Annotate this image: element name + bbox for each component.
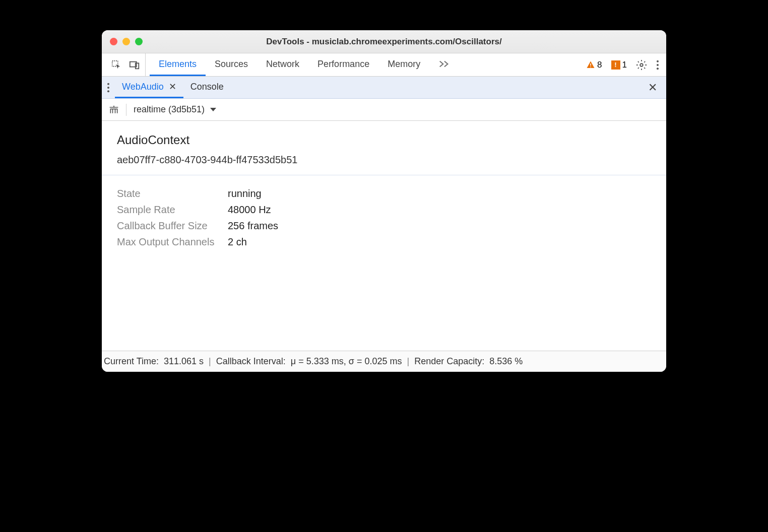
- toolbar-left-icons: [106, 53, 146, 76]
- svg-rect-4: [590, 66, 591, 68]
- devtools-window: DevTools - musiclab.chromeexperiments.co…: [102, 30, 666, 372]
- prop-row: Sample Rate 48000 Hz: [117, 202, 651, 218]
- tab-label: Performance: [317, 59, 369, 70]
- status-render-label: Render Capacity:: [414, 356, 484, 367]
- error-badge[interactable]: ! 1: [611, 60, 627, 70]
- prop-row: Max Output Channels 2 ch: [117, 234, 651, 250]
- status-render-value: 8.536 %: [489, 356, 523, 367]
- inspect-element-icon[interactable]: [111, 59, 122, 71]
- warning-count: 8: [597, 60, 602, 70]
- context-properties: State running Sample Rate 48000 Hz Callb…: [102, 175, 666, 351]
- tab-memory[interactable]: Memory: [378, 53, 429, 76]
- prop-row: State running: [117, 185, 651, 202]
- tab-label: Network: [266, 59, 299, 70]
- drawer-tab-label: WebAudio: [122, 82, 164, 92]
- tab-sources[interactable]: Sources: [206, 53, 257, 76]
- tab-performance[interactable]: Performance: [308, 53, 378, 76]
- prop-label: State: [117, 185, 228, 202]
- prop-label: Max Output Channels: [117, 234, 228, 250]
- more-tabs-button[interactable]: [429, 53, 459, 76]
- status-callback-label: Callback Interval:: [216, 356, 286, 367]
- titlebar: DevTools - musiclab.chromeexperiments.co…: [102, 30, 666, 53]
- tab-label: Memory: [388, 59, 420, 70]
- svg-point-9: [107, 83, 109, 85]
- tab-network[interactable]: Network: [257, 53, 308, 76]
- drawer-tab-console[interactable]: Console: [183, 77, 231, 98]
- chevron-double-right-icon: [438, 60, 450, 68]
- drawer-menu-icon[interactable]: [107, 82, 110, 93]
- tab-elements[interactable]: Elements: [150, 53, 206, 76]
- tab-label: Elements: [159, 59, 197, 70]
- error-icon: !: [611, 60, 620, 70]
- svg-point-11: [107, 90, 109, 92]
- chevron-down-icon: [210, 107, 217, 112]
- context-selector-label: realtime (3d5b51): [134, 104, 205, 115]
- prop-label: Sample Rate: [117, 202, 228, 218]
- close-button[interactable]: [110, 38, 117, 45]
- context-bar: realtime (3d5b51): [102, 99, 666, 121]
- drawer-tab-label: Console: [190, 82, 224, 92]
- prop-value: 48000 Hz: [228, 202, 271, 218]
- device-toggle-icon[interactable]: [129, 59, 140, 71]
- status-separator: |: [209, 356, 211, 367]
- context-guid: aeb07ff7-c880-4703-944b-ff47533d5b51: [117, 154, 651, 166]
- warning-icon: [586, 60, 595, 70]
- svg-point-8: [657, 68, 659, 70]
- maximize-button[interactable]: [135, 38, 143, 45]
- status-separator: |: [407, 356, 409, 367]
- warning-badge[interactable]: 8: [586, 60, 602, 70]
- more-menu-icon[interactable]: [656, 59, 659, 71]
- divider: [126, 104, 126, 116]
- context-title: AudioContext: [117, 133, 651, 147]
- window-title: DevTools - musiclab.chromeexperiments.co…: [102, 37, 666, 47]
- context-header: AudioContext aeb07ff7-c880-4703-944b-ff4…: [102, 121, 666, 175]
- status-current-time-value: 311.061 s: [164, 356, 204, 367]
- drawer-tabs: WebAudio ✕ Console: [115, 77, 231, 98]
- svg-point-10: [107, 86, 109, 88]
- context-selector[interactable]: realtime (3d5b51): [134, 104, 217, 115]
- close-drawer-icon[interactable]: ✕: [644, 81, 661, 94]
- prop-row: Callback Buffer Size 256 frames: [117, 218, 651, 234]
- prop-label: Callback Buffer Size: [117, 218, 228, 234]
- drawer-toolbar: WebAudio ✕ Console ✕: [102, 77, 666, 99]
- garbage-collect-icon[interactable]: [109, 104, 119, 115]
- prop-value: running: [228, 185, 262, 202]
- svg-rect-3: [590, 63, 591, 66]
- tab-label: Sources: [215, 59, 248, 70]
- drawer-tab-webaudio[interactable]: WebAudio ✕: [115, 77, 183, 98]
- prop-value: 2 ch: [228, 234, 247, 250]
- svg-point-7: [657, 63, 659, 65]
- svg-point-5: [640, 63, 643, 66]
- toolbar-right: 8 ! 1: [586, 59, 662, 71]
- settings-icon[interactable]: [636, 59, 647, 71]
- svg-point-6: [657, 60, 659, 62]
- prop-value: 256 frames: [228, 218, 278, 234]
- error-count: 1: [622, 60, 627, 70]
- status-callback-value: μ = 5.333 ms, σ = 0.025 ms: [291, 356, 402, 367]
- statusbar: Current Time: 311.061 s | Callback Inter…: [102, 351, 666, 372]
- minimize-button[interactable]: [122, 38, 130, 45]
- status-current-time-label: Current Time:: [104, 356, 159, 367]
- main-tabs: Elements Sources Network Performance Mem…: [150, 53, 459, 76]
- main-toolbar: Elements Sources Network Performance Mem…: [102, 53, 666, 77]
- close-tab-icon[interactable]: ✕: [169, 81, 176, 92]
- window-controls: [110, 38, 143, 45]
